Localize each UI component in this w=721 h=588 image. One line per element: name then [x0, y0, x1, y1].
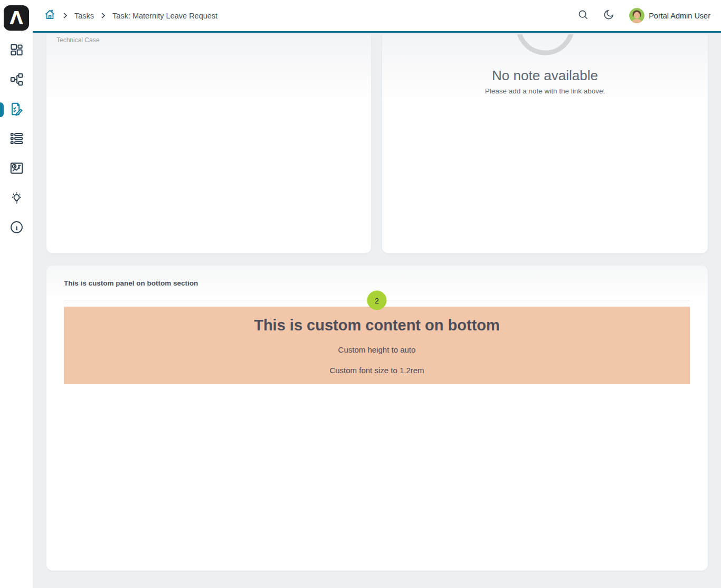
chevron-right-icon — [99, 12, 107, 20]
sidebar-item-reports[interactable] — [0, 154, 33, 184]
sidebar-item-dashboard[interactable] — [0, 36, 33, 65]
main-content: Technical Case No note available Please … — [33, 34, 721, 588]
sidebar-item-records[interactable] — [0, 125, 33, 154]
note-empty-title: No note available — [382, 67, 708, 84]
home-icon — [44, 8, 56, 23]
sidebar-item-ideas[interactable] — [0, 184, 33, 213]
custom-content-heading: This is custom content on bottom — [64, 307, 690, 335]
custom-content-line-1: Custom height to auto — [64, 345, 690, 355]
app-logo[interactable]: Λ — [4, 5, 29, 31]
custom-content-line-2: Custom font size to 1.2rem — [64, 365, 690, 376]
count-badge: 2 — [367, 291, 387, 310]
sidebar-item-about[interactable] — [0, 213, 33, 243]
note-panel: No note available Please add a note with… — [382, 34, 708, 253]
custom-bottom-panel: This is custom panel on bottom section 2… — [46, 265, 708, 571]
top-header: Tasks Task: Maternity Leave Request — [33, 0, 721, 33]
search-icon — [577, 9, 589, 23]
top-panels-row: Technical Case No note available Please … — [46, 34, 708, 253]
bottom-panel-title: This is custom panel on bottom section — [46, 265, 708, 287]
header-actions: Portal Admin User — [574, 7, 710, 25]
sidebar-nav — [0, 36, 33, 243]
list-icon — [10, 131, 24, 148]
note-empty-subtitle: Please add a note with the link above. — [382, 87, 708, 95]
grid-icon — [10, 43, 24, 59]
user-name: Portal Admin User — [649, 12, 710, 20]
custom-content-block: This is custom content on bottom Custom … — [64, 307, 690, 384]
avatar — [629, 8, 644, 23]
info-icon — [10, 220, 24, 236]
chevron-right-icon — [61, 12, 69, 20]
field-label-technical-case: Technical Case — [56, 36, 99, 44]
home-breadcrumb-link[interactable] — [44, 8, 56, 23]
divider: 2 — [64, 300, 690, 300]
task-edit-icon — [10, 102, 24, 118]
moon-icon — [603, 9, 614, 23]
user-menu[interactable]: Portal Admin User — [629, 8, 710, 23]
search-button[interactable] — [574, 7, 592, 25]
breadcrumb-tasks[interactable]: Tasks — [74, 12, 94, 20]
technical-case-panel: Technical Case — [46, 34, 371, 253]
report-icon — [10, 161, 24, 177]
sidebar-item-tasks[interactable] — [0, 95, 33, 125]
breadcrumb-current-task: Task: Maternity Leave Request — [112, 12, 217, 20]
sidebar: Λ — [0, 0, 33, 588]
lightbulb-icon — [10, 191, 24, 207]
dark-mode-toggle[interactable] — [600, 7, 618, 25]
org-chart-icon — [10, 72, 24, 89]
sidebar-item-hierarchy[interactable] — [0, 65, 33, 95]
breadcrumb: Tasks Task: Maternity Leave Request — [44, 8, 217, 23]
clock-icon — [515, 34, 576, 56]
